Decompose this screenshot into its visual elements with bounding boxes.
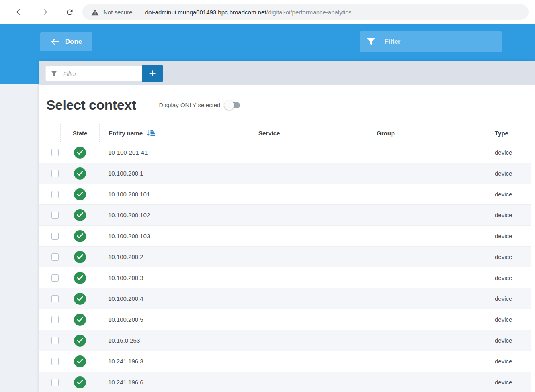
group-cell — [367, 372, 484, 392]
service-cell — [250, 330, 367, 351]
service-cell — [250, 163, 367, 184]
type-cell: device — [484, 288, 531, 309]
header-type[interactable]: Type — [484, 124, 531, 142]
state-ok-icon — [74, 355, 86, 368]
type-cell: device — [484, 372, 531, 392]
type-cell: device — [484, 163, 531, 184]
address-bar[interactable]: Not secure doi-adminui.munqa001493.bpc.b… — [82, 4, 529, 20]
filter-input-funnel-icon — [51, 71, 57, 77]
table-row[interactable]: 10.100.200.101 device — [39, 184, 531, 205]
state-ok-icon — [74, 188, 86, 200]
table-row[interactable]: 10.241.196.6 device — [39, 372, 531, 392]
type-cell: device — [484, 267, 531, 288]
row-checkbox[interactable] — [51, 233, 59, 240]
row-checkbox[interactable] — [51, 170, 59, 177]
header-entity-name[interactable]: Entity name — [99, 124, 250, 142]
service-cell — [250, 226, 367, 246]
table-row[interactable]: 10.100.200.102 device — [39, 205, 531, 226]
filter-funnel-icon — [367, 38, 375, 46]
service-cell — [250, 372, 367, 392]
service-cell — [250, 247, 367, 267]
sort-descending-icon[interactable] — [146, 129, 155, 137]
filter-input[interactable]: Filter — [45, 66, 142, 81]
header-group[interactable]: Group — [367, 124, 484, 142]
row-select-cell — [39, 184, 60, 204]
done-button[interactable]: Done — [40, 32, 92, 51]
reload-icon[interactable] — [65, 7, 74, 17]
header-state[interactable]: State — [60, 124, 99, 142]
security-badge[interactable]: Not secure — [103, 9, 133, 16]
row-checkbox[interactable] — [51, 274, 59, 282]
url-text[interactable]: doi-adminui.munqa001493.bpc.broadcom.net… — [145, 9, 352, 16]
add-filter-button[interactable]: + — [142, 65, 163, 82]
type-cell: device — [484, 142, 531, 163]
service-cell — [250, 267, 367, 288]
entity-name-cell: 10.100.200.1 — [99, 163, 250, 184]
display-only-selected-label: Display ONLY selected — [159, 102, 221, 108]
row-checkbox[interactable] — [51, 358, 59, 365]
row-checkbox[interactable] — [51, 337, 59, 344]
row-state-cell — [60, 267, 99, 288]
table-row[interactable]: 10.241.196.3 device — [39, 351, 531, 372]
entity-name-cell: 10.241.196.6 — [99, 372, 250, 392]
header-service[interactable]: Service — [250, 124, 367, 142]
group-cell — [367, 267, 484, 288]
browser-toolbar: Not secure doi-adminui.munqa001493.bpc.b… — [0, 0, 535, 24]
table-row[interactable]: 10.100.200.103 device — [39, 226, 531, 247]
table-row[interactable]: 10.100.200.2 device — [39, 247, 531, 267]
service-cell — [250, 142, 367, 163]
page-title: Select context — [46, 97, 136, 113]
done-button-label: Done — [65, 38, 82, 46]
url-path: /digital-oi/performance-analytics — [266, 9, 351, 16]
group-cell — [367, 330, 484, 351]
row-checkbox[interactable] — [51, 295, 59, 302]
group-cell — [367, 163, 484, 184]
plus-icon: + — [149, 67, 156, 80]
filter-button-divider — [401, 35, 401, 49]
row-state-cell — [60, 205, 99, 225]
filter-bar: Filter + — [39, 61, 535, 85]
row-select-cell — [39, 142, 60, 163]
row-checkbox[interactable] — [51, 149, 59, 156]
select-context-panel: Filter + Select context Display ONLY sel… — [39, 61, 535, 392]
filter-button[interactable]: Filter — [360, 31, 502, 52]
entity-name-cell: 10.241.196.3 — [99, 351, 250, 372]
row-checkbox[interactable] — [51, 316, 59, 323]
table-row[interactable]: 10.100.200.1 device — [39, 163, 531, 184]
table-row[interactable]: 10-100-201-41 device — [39, 142, 531, 163]
row-state-cell — [60, 142, 99, 163]
row-state-cell — [60, 226, 99, 246]
table-row[interactable]: 10.100.200.4 device — [39, 288, 531, 309]
context-table: State Entity name — [39, 124, 531, 392]
row-state-cell — [60, 184, 99, 204]
row-select-cell — [39, 226, 60, 246]
filter-button-label: Filter — [385, 38, 400, 45]
filter-input-placeholder: Filter — [63, 70, 76, 77]
row-checkbox[interactable] — [51, 253, 59, 261]
group-cell — [367, 205, 484, 225]
state-ok-icon — [74, 167, 86, 180]
service-cell — [250, 288, 367, 309]
row-select-cell — [39, 205, 60, 225]
forward-icon[interactable] — [39, 7, 49, 17]
entity-name-cell: 10.100.200.3 — [99, 267, 250, 288]
service-cell — [250, 184, 367, 204]
row-checkbox[interactable] — [51, 379, 59, 386]
state-ok-icon — [74, 147, 86, 159]
table-row[interactable]: 10.16.0.253 device — [39, 330, 531, 351]
not-secure-warning-icon[interactable] — [91, 9, 99, 16]
back-icon[interactable] — [14, 7, 24, 17]
group-cell — [367, 288, 484, 309]
display-only-selected-toggle[interactable] — [225, 102, 240, 108]
row-checkbox[interactable] — [51, 212, 59, 219]
title-row: Select context Display ONLY selected — [39, 85, 535, 113]
table-row[interactable]: 10.100.200.5 device — [39, 309, 531, 330]
table-row[interactable]: 10.100.200.3 device — [39, 267, 531, 288]
row-checkbox[interactable] — [51, 191, 59, 198]
header-entity-name-label: Entity name — [109, 130, 143, 137]
back-arrow-icon — [51, 38, 60, 46]
entity-name-cell: 10.16.0.253 — [99, 330, 250, 351]
group-cell — [367, 247, 484, 267]
row-state-cell — [60, 330, 99, 351]
group-cell — [367, 142, 484, 163]
